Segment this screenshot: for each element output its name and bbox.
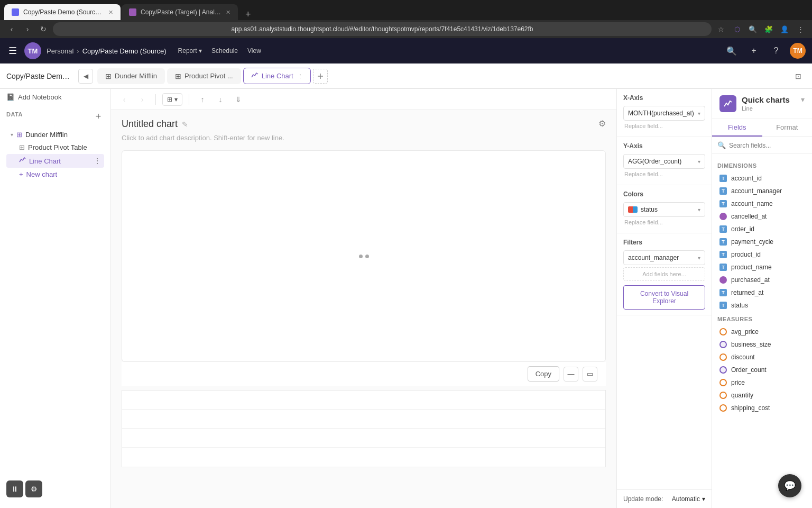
copy-button[interactable]: Copy [528,366,559,382]
breadcrumb-report[interactable]: Copy/Paste Demo (Source) [82,47,167,55]
move-down-button[interactable]: ↓ [214,93,227,106]
data-add-button[interactable]: + [93,111,104,122]
x-axis-label: X-Axis [623,94,705,102]
tab-line-more[interactable]: ⋮ [298,73,303,79]
browser-tab-1[interactable]: Copy/Paste Demo (Source) | ✕ [4,4,121,20]
bookmark-button[interactable]: ☆ [715,23,727,35]
search-nav-button[interactable]: 🔍 [723,42,740,59]
new-chart-item[interactable]: + New chart [6,168,104,181]
help-nav-button[interactable]: ? [768,42,785,59]
tab-product-pivot[interactable]: ⊞ Product Pivot ... [167,68,241,84]
expand-icon-button[interactable]: ⊡ [791,69,806,84]
meas-shipping_cost[interactable]: shipping_cost [717,402,807,414]
convert-to-visual-explorer[interactable]: Convert to Visual Explorer [623,285,705,310]
add-nav-button[interactable]: + [745,42,762,59]
nav-schedule[interactable]: Schedule [207,45,242,57]
dim-status[interactable]: T status [717,299,807,312]
ts-ext-button[interactable]: ⬡ [731,23,743,35]
url-bar[interactable] [53,22,712,36]
chart-container [122,150,606,362]
swatch-red [628,206,633,213]
chart-settings-button[interactable]: ⚙ [598,119,606,129]
qc-tab-fields[interactable]: Fields [712,119,762,137]
tab-close-2[interactable]: ✕ [226,9,230,16]
forward-button[interactable]: › [21,23,34,35]
canvas-area: ‹ › ⊞ ▾ ↑ ↓ ⇓ Untitled chart ✎ C [111,89,616,508]
line-chart-more[interactable]: ⋮ [94,157,101,165]
y-axis-replace[interactable]: Replace field... [623,169,705,179]
tab-label-1: Copy/Paste Demo (Source) | [23,8,104,16]
y-axis-field-select[interactable]: AGG(Order_count) ▾ [623,154,705,169]
chart-edit-icon[interactable]: ✎ [182,120,188,129]
qc-tabs: Fields Format [712,119,812,137]
refresh-button[interactable]: ↻ [37,23,50,35]
sidebar-collapse-button[interactable]: ◀ [78,69,93,84]
add-notebook-item[interactable]: 📓 Add Notebook [0,89,110,105]
ext-button-1[interactable]: 🔍 [746,23,759,35]
meas-price[interactable]: price [717,376,807,389]
profile-button[interactable]: 👤 [778,23,791,35]
new-tab-button[interactable]: + [241,9,255,20]
colors-field-select[interactable]: status ▾ [623,202,705,217]
x-axis-replace[interactable]: Replace field... [623,121,705,131]
table-row-3 [122,429,605,448]
ext-button-2[interactable]: 🧩 [762,23,775,35]
x-axis-field-value: MONTH(purchased_at) [628,110,694,117]
move-bottom-button[interactable]: ⇓ [232,93,245,106]
dim-account_name[interactable]: T account_name [717,197,807,210]
dim-label-order_id: order_id [731,225,754,233]
tab-close-1[interactable]: ✕ [108,9,113,16]
pause-button[interactable]: ⏸ [6,480,23,497]
filters-add-field[interactable]: Add fields here... [623,267,705,281]
meas-business_size[interactable]: business_size [717,338,807,351]
add-tab-button[interactable] [313,69,328,84]
sidebar-line-chart[interactable]: Line Chart ⋮ [6,154,104,168]
quick-charts-collapse-button[interactable]: ▾ [801,95,805,104]
meas-discount[interactable]: discount [717,351,807,364]
chat-bubble[interactable]: 💬 [778,474,801,497]
update-mode-select[interactable]: Automatic ▾ [672,495,705,503]
breadcrumb-personal[interactable]: Personal [47,47,73,55]
filters-field-select[interactable]: account_manager ▾ [623,250,705,265]
layout-button[interactable]: ⊞ ▾ [162,93,182,106]
qc-search-input[interactable] [729,142,808,149]
tab-line-chart[interactable]: Line Chart ⋮ [243,68,311,84]
user-profile-avatar[interactable]: TM [790,43,806,59]
data-source-header[interactable]: ▾ ⊞ Dunder Mifflin [6,129,104,141]
dim-order_id[interactable]: T order_id [717,223,807,235]
canvas-back-button[interactable]: ‹ [117,93,131,106]
browser-tab-2[interactable]: Copy/Paste (Target) | Analys... ✕ [122,4,238,20]
dim-cancelled_at[interactable]: cancelled_at [717,210,807,223]
colors-replace[interactable]: Replace field... [623,217,705,228]
meas-order_count[interactable]: Order_count [717,364,807,376]
measures-section-label: Measures [717,316,807,322]
nav-report[interactable]: Report ▾ [174,45,206,57]
dim-account_id[interactable]: T account_id [717,172,807,185]
move-up-button[interactable]: ↑ [196,93,209,106]
canvas-forward-button[interactable]: › [135,93,149,106]
dim-payment_cycle[interactable]: T payment_cycle [717,235,807,248]
qc-tab-format[interactable]: Format [762,119,813,137]
app: ☰ TM Personal › Copy/Paste Demo (Source)… [0,38,812,508]
meas-quantity[interactable]: quantity [717,389,807,402]
dim-product_name[interactable]: T product_name [717,261,807,274]
x-axis-section: X-Axis MONTH(purchased_at) ▾ Replace fie… [617,89,712,137]
x-axis-field-select[interactable]: MONTH(purchased_at) ▾ [623,106,705,121]
dim-account_manager[interactable]: T account_manager [717,185,807,197]
meas-avg_price[interactable]: avg_price [717,325,807,338]
chart-description[interactable]: Click to add chart description. Shift-en… [122,134,606,142]
menu-button[interactable]: ⋮ [794,23,807,35]
dim-purchased_at[interactable]: purchased_at [717,274,807,286]
settings-footer-button[interactable]: ⚙ [25,480,42,497]
action-icon-2[interactable]: ▭ [583,367,597,382]
action-icon-1[interactable]: — [564,367,578,382]
tab-dunder-mifflin[interactable]: ⊞ Dunder Mifflin [97,68,165,84]
dim-product_id[interactable]: T product_id [717,248,807,261]
filters-section: Filters account_manager ▾ Add fields her… [617,233,712,315]
nav-view[interactable]: View [243,45,265,57]
sidebar-product-pivot[interactable]: ⊞ Product Pivot Table ⋮ [6,141,104,154]
hamburger-icon[interactable]: ☰ [6,43,19,59]
dim-returned_at[interactable]: T returned_at [717,286,807,299]
back-button[interactable]: ‹ [5,23,18,35]
chart-title[interactable]: Untitled chart [122,119,178,130]
